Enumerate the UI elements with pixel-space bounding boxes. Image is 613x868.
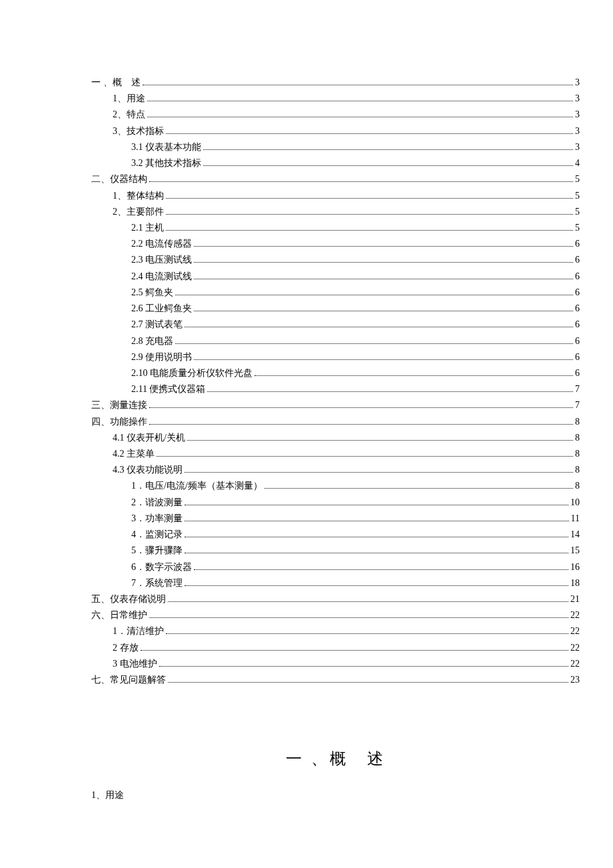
toc-leader: [166, 206, 573, 215]
toc-entry: 2.7 测试表笔6: [91, 317, 580, 333]
toc-entry-page: 8: [575, 430, 580, 446]
document-page: 一 、概 述31、用途32、特点33、技术指标33.1 仪表基本功能33.2 其…: [0, 0, 613, 835]
toc-entry-title: 2.5 鳄鱼夹: [131, 285, 173, 301]
toc-entry: 3．功率测量11: [91, 511, 580, 527]
toc-entry-page: 14: [570, 527, 580, 543]
toc-leader: [149, 416, 573, 425]
toc-entry-page: 6: [575, 317, 580, 333]
toc-entry-page: 3: [575, 123, 580, 139]
toc-entry: 3.2 其他技术指标4: [91, 155, 580, 171]
toc-entry-page: 5: [575, 220, 580, 236]
toc-entry: 2.4 电流测试线6: [91, 269, 580, 285]
toc-entry-title: 2.1 主机: [131, 220, 164, 236]
toc-entry-title: 五、仪表存储说明: [91, 591, 166, 607]
toc-entry-title: 2.11 便携式仪器箱: [131, 381, 205, 397]
toc-leader: [185, 464, 573, 473]
toc-entry-title: 1、整体结构: [113, 188, 164, 204]
toc-entry-page: 5: [575, 188, 580, 204]
toc-entry-title: 1．清洁维护: [113, 623, 164, 639]
toc-entry: 2.6 工业鳄鱼夹6: [91, 301, 580, 317]
toc-entry-page: 4: [575, 155, 580, 171]
toc-entry-page: 10: [570, 495, 580, 511]
toc-entry: 3.1 仪表基本功能3: [91, 139, 580, 155]
toc-leader: [157, 448, 573, 457]
toc-entry-page: 6: [575, 285, 580, 301]
toc-entry: 2.11 便携式仪器箱7: [91, 381, 580, 397]
toc-leader: [194, 238, 573, 247]
toc-entry-page: 6: [575, 365, 580, 381]
toc-entry: 2.8 充电器6: [91, 333, 580, 349]
toc-leader: [168, 593, 568, 602]
toc-entry-title: 4.2 主菜单: [113, 446, 155, 462]
toc-entry: 1．清洁维护22: [91, 623, 580, 639]
toc-entry: 5．骤升骤降15: [91, 543, 580, 559]
toc-entry-page: 22: [570, 623, 580, 639]
toc-entry-page: 6: [575, 301, 580, 317]
toc-entry-title: 二、仪器结构: [91, 171, 147, 187]
toc-entry-title: 1．电压/电流/频率（基本测量）: [131, 478, 263, 494]
toc-entry-title: 1、用途: [113, 91, 145, 107]
toc-entry-page: 8: [575, 462, 580, 478]
toc-entry: 2.10 电能质量分析仪软件光盘6: [91, 365, 580, 381]
toc-entry: 二、仪器结构5: [91, 171, 580, 187]
toc-leader: [194, 255, 573, 263]
toc-entry-page: 6: [575, 349, 580, 365]
toc-entry-page: 7: [575, 397, 580, 413]
toc-entry-page: 3: [575, 75, 580, 91]
toc-leader: [185, 577, 568, 586]
toc-entry-title: 5．骤升骤降: [131, 543, 183, 559]
toc-entry: 4．监测记录14: [91, 527, 580, 543]
toc-entry: 6．数字示波器16: [91, 559, 580, 575]
toc-leader: [149, 609, 568, 618]
toc-entry-title: 2.6 工业鳄鱼夹: [131, 301, 192, 317]
toc-entry: 2.9 使用说明书6: [91, 349, 580, 365]
toc-entry-page: 21: [570, 591, 580, 607]
toc-entry: 4.1 仪表开机/关机8: [91, 430, 580, 446]
toc-entry: 四、功能操作8: [91, 414, 580, 430]
toc-entry: 六、日常维护22: [91, 607, 580, 623]
toc-entry-page: 18: [570, 575, 580, 591]
toc-entry: 2、主要部件5: [91, 204, 580, 220]
toc-leader: [149, 173, 573, 182]
toc-entry-title: 2.2 电流传感器: [131, 236, 192, 252]
toc-entry: 七、常见问题解答23: [91, 672, 580, 688]
toc-leader: [255, 367, 573, 376]
toc-entry-page: 6: [575, 252, 580, 268]
toc-entry: 2.3 电压测试线6: [91, 252, 580, 268]
toc-leader: [166, 125, 573, 134]
toc-entry: 1、整体结构5: [91, 188, 580, 204]
toc-entry-title: 6．数字示波器: [131, 559, 192, 575]
toc-leader: [194, 561, 568, 570]
toc-entry: 一 、概 述3: [91, 75, 580, 91]
toc-entry-page: 8: [575, 478, 580, 494]
toc-entry-page: 3: [575, 139, 580, 155]
toc-entry: 2.1 主机5: [91, 220, 580, 236]
toc-entry-title: 2.7 测试表笔: [131, 317, 183, 333]
toc-entry-page: 15: [570, 543, 580, 559]
toc-entry-title: 六、日常维护: [91, 607, 147, 623]
toc-entry-page: 22: [570, 656, 580, 672]
toc-entry-page: 3: [575, 91, 580, 107]
toc-entry-title: 4.1 仪表开机/关机: [113, 430, 185, 446]
toc-leader: [194, 303, 573, 311]
toc-entry: 2.2 电流传感器6: [91, 236, 580, 252]
toc-entry-title: 2．谐波测量: [131, 495, 183, 511]
toc-entry-title: 三、测量连接: [91, 397, 147, 413]
section-heading: 一 、概 述: [91, 748, 580, 769]
toc-leader: [166, 222, 573, 231]
toc-entry-page: 22: [570, 607, 580, 623]
toc-entry-page: 11: [571, 511, 580, 527]
toc-leader: [185, 513, 569, 521]
toc-entry-title: 3、技术指标: [113, 123, 164, 139]
toc-entry-page: 7: [575, 381, 580, 397]
toc-entry-title: 2 存放: [113, 640, 139, 656]
toc-entry: 五、仪表存储说明21: [91, 591, 580, 607]
toc-entry-page: 6: [575, 236, 580, 252]
toc-entry-title: 7．系统管理: [131, 575, 183, 591]
toc-leader: [166, 626, 568, 635]
toc-entry: 三、测量连接7: [91, 397, 580, 413]
toc-entry-title: 2.3 电压测试线: [131, 252, 192, 268]
toc-entry-page: 6: [575, 269, 580, 285]
toc-leader: [265, 481, 573, 489]
toc-entry: 2、特点3: [91, 107, 580, 123]
